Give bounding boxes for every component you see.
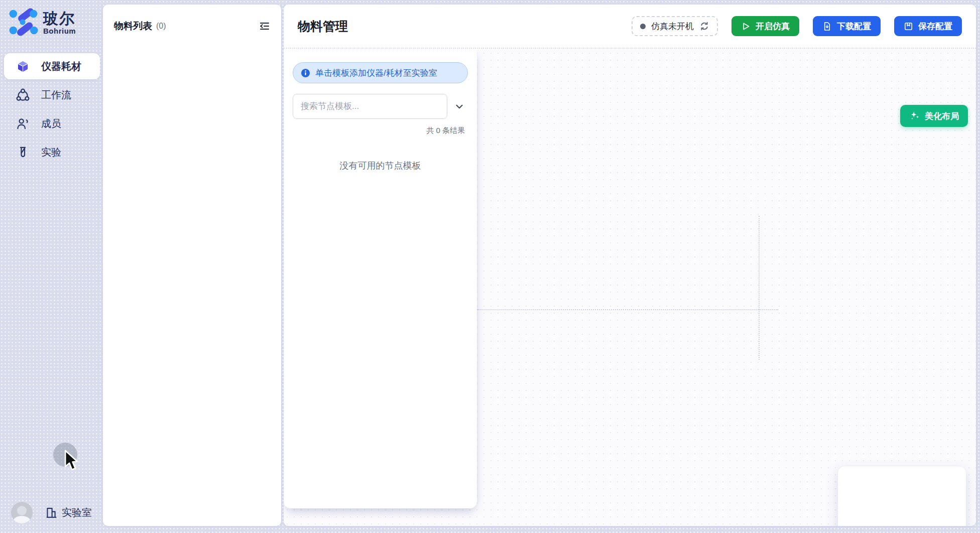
sidebar: 玻尔 Bohrium 仪器耗材 xyxy=(0,0,103,533)
bohrium-logo-icon xyxy=(9,8,38,37)
sparkles-icon xyxy=(909,110,920,121)
sidebar-item-label: 工作流 xyxy=(41,88,71,102)
template-hint-alert: 单击模板添加仪器/耗材至实验室 xyxy=(293,62,468,83)
workflow-icon xyxy=(15,87,30,102)
canvas-guide-line-vertical xyxy=(759,216,760,360)
material-list-title: 物料列表 xyxy=(114,20,152,33)
app-background: 玻尔 Bohrium 仪器耗材 xyxy=(0,0,980,533)
brand-subname: Bohrium xyxy=(43,27,76,35)
experiment-icon xyxy=(15,145,30,160)
simulation-status-label: 仿真未开机 xyxy=(651,21,694,32)
empty-templates-message: 没有可用的节点模板 xyxy=(293,160,468,172)
save-config-button[interactable]: 保存配置 xyxy=(894,16,962,36)
building-icon xyxy=(45,506,58,519)
minimap-panel[interactable] xyxy=(837,466,966,526)
avatar[interactable] xyxy=(11,502,33,523)
main-header: 物料管理 仿真未开机 xyxy=(284,5,976,49)
lab-label: 实验室 xyxy=(62,506,92,519)
canvas-guide-line-horizontal xyxy=(477,309,778,310)
play-icon xyxy=(741,22,751,31)
search-result-count: 共 0 条结果 xyxy=(293,126,468,136)
save-config-label: 保存配置 xyxy=(918,21,952,32)
material-list-panel: 物料列表 (0) xyxy=(103,5,281,526)
chevron-down-icon[interactable] xyxy=(453,100,466,113)
page-title: 物料管理 xyxy=(298,18,348,35)
download-config-label: 下载配置 xyxy=(837,21,871,32)
header-actions: 仿真未开机 开启仿真 xyxy=(632,16,962,36)
start-simulation-label: 开启仿真 xyxy=(756,21,790,32)
template-browser-panel: 单击模板添加仪器/耗材至实验室 共 0 条结果 没有可用的节点模板 xyxy=(284,50,477,508)
beautify-layout-button[interactable]: 美化布局 xyxy=(900,105,968,127)
sidebar-item-instruments[interactable]: 仪器耗材 xyxy=(4,53,100,79)
sidebar-item-lab[interactable]: 实验室 xyxy=(45,506,92,519)
material-management-panel: 物料管理 仿真未开机 xyxy=(284,5,976,526)
beautify-layout-label: 美化布局 xyxy=(925,110,959,122)
sidebar-item-experiment[interactable]: 实验 xyxy=(4,139,100,165)
template-hint-text: 单击模板添加仪器/耗材至实验室 xyxy=(315,67,437,79)
info-icon xyxy=(301,68,310,78)
material-list-header: 物料列表 (0) xyxy=(103,5,281,33)
cube-icon xyxy=(15,59,30,74)
save-icon xyxy=(904,22,913,31)
sidebar-item-label: 成员 xyxy=(41,117,61,130)
avatar-head xyxy=(17,506,27,515)
collapse-list-icon[interactable] xyxy=(258,20,271,33)
layout-canvas[interactable]: 单击模板添加仪器/耗材至实验室 共 0 条结果 没有可用的节点模板 xyxy=(284,50,976,526)
search-template-input[interactable] xyxy=(293,94,447,119)
start-simulation-button[interactable]: 开启仿真 xyxy=(731,16,799,36)
mouse-cursor xyxy=(62,450,80,472)
sidebar-item-label: 仪器耗材 xyxy=(41,60,81,73)
refresh-icon[interactable] xyxy=(699,21,709,31)
material-list-count: (0) xyxy=(156,22,166,31)
sidebar-footer: 实验室 xyxy=(0,501,103,524)
file-download-icon xyxy=(822,22,832,31)
sidebar-menu: 仪器耗材 工作流 xyxy=(0,53,103,168)
sidebar-item-workflow[interactable]: 工作流 xyxy=(4,82,100,108)
template-search-row xyxy=(293,94,468,119)
sidebar-item-label: 实验 xyxy=(41,146,61,159)
brand-name: 玻尔 xyxy=(43,10,76,27)
sidebar-item-members[interactable]: 成员 xyxy=(4,110,100,137)
download-config-button[interactable]: 下载配置 xyxy=(813,16,881,36)
brand: 玻尔 Bohrium xyxy=(9,8,76,37)
status-dot-icon xyxy=(640,24,646,29)
avatar-body xyxy=(13,516,31,523)
simulation-status-pill: 仿真未开机 xyxy=(632,16,718,36)
brand-text: 玻尔 Bohrium xyxy=(43,10,76,35)
members-icon xyxy=(15,116,30,131)
